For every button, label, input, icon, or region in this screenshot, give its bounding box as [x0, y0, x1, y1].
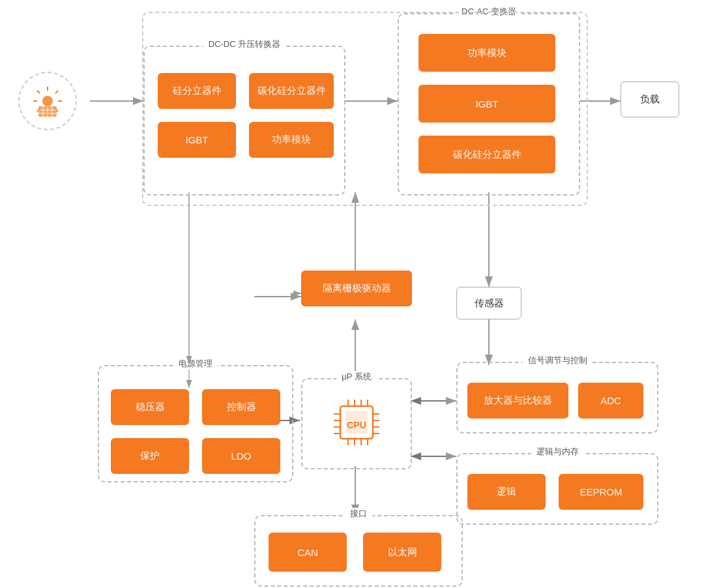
diagram-container: DC-DC 升压转换器 硅分立器件 碳化硅分立器件 IGBT 功率模块 DC-A…: [0, 0, 704, 588]
solar-svg: [28, 81, 67, 121]
sensor-box: 传感器: [456, 287, 521, 319]
adc-box: ADC: [578, 383, 643, 419]
svg-point-16: [42, 96, 53, 106]
svg-line-21: [37, 91, 40, 93]
solar-panel-icon: [18, 72, 77, 130]
can-box: CAN: [269, 533, 347, 572]
up-system-label: μP 系统: [336, 371, 377, 383]
up-system-container: μP 系统 CPU: [301, 378, 412, 469]
power-mgmt-label: 电源管理: [173, 358, 218, 370]
signal-ctrl-label: 信号调节与控制: [523, 355, 593, 366]
power-mgmt-container: 电源管理 稳压器 控制器 保护 LDO: [98, 365, 293, 482]
amp-comparator-box: 放大器与比较器: [467, 383, 568, 419]
controller-box: 控制器: [202, 389, 280, 425]
logic-mem-container: 逻辑与内存 逻辑 EEPROM: [456, 453, 658, 525]
voltage-reg-box: 稳压器: [111, 389, 189, 425]
ethernet-box: 以太网: [363, 533, 441, 572]
protection-box: 保护: [111, 438, 189, 474]
logic-box: 逻辑: [467, 474, 546, 510]
svg-line-23: [55, 91, 58, 93]
interface-container: 接口 CAN 以太网: [254, 515, 463, 587]
outer-container: [142, 12, 588, 206]
gate-driver-box: 隔离栅极驱动器: [301, 271, 412, 306]
cpu-svg: CPU: [327, 393, 386, 452]
load-box: 负载: [621, 81, 679, 117]
logic-mem-label: 逻辑与内存: [531, 446, 584, 458]
ldo-box: LDO: [202, 438, 280, 474]
signal-ctrl-container: 信号调节与控制 放大器与比较器 ADC: [456, 362, 658, 434]
svg-text:CPU: CPU: [347, 420, 366, 430]
eeprom-box: EEPROM: [559, 474, 643, 510]
interface-label: 接口: [345, 508, 372, 520]
